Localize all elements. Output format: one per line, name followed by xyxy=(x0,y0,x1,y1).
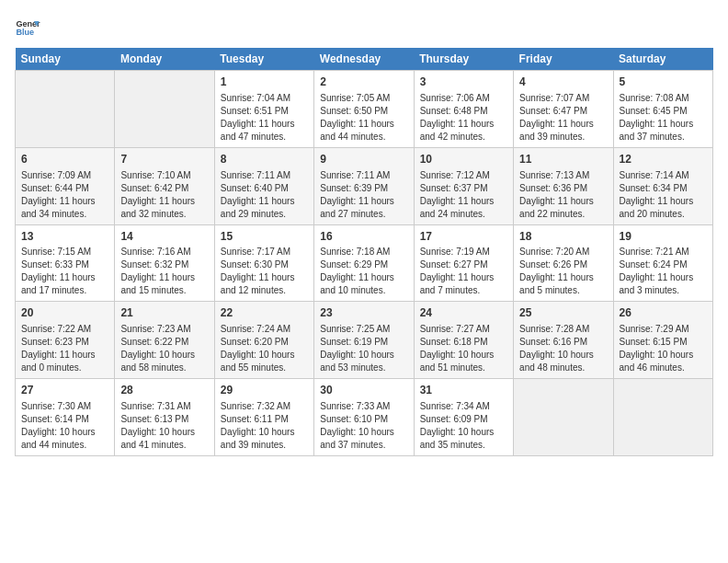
day-info: Sunrise: 7:08 AMSunset: 6:45 PMDaylight:… xyxy=(620,92,707,144)
col-header-monday: Monday xyxy=(115,48,214,71)
day-number: 15 xyxy=(221,229,308,245)
day-info: Sunrise: 7:22 AMSunset: 6:23 PMDaylight:… xyxy=(21,323,108,374)
day-info: Sunrise: 7:06 AMSunset: 6:48 PMDaylight:… xyxy=(420,92,507,144)
calendar-week-4: 20Sunrise: 7:22 AMSunset: 6:23 PMDayligh… xyxy=(16,302,713,379)
day-number: 27 xyxy=(21,383,108,398)
day-number: 19 xyxy=(620,229,707,245)
col-header-saturday: Saturday xyxy=(613,48,712,71)
day-number: 3 xyxy=(420,75,507,90)
day-number: 31 xyxy=(420,383,507,398)
calendar-cell: 4Sunrise: 7:07 AMSunset: 6:47 PMDaylight… xyxy=(514,71,613,148)
day-info: Sunrise: 7:16 AMSunset: 6:32 PMDaylight:… xyxy=(120,246,208,297)
calendar-week-3: 13Sunrise: 7:15 AMSunset: 6:33 PMDayligh… xyxy=(16,224,713,302)
day-info: Sunrise: 7:17 AMSunset: 6:30 PMDaylight:… xyxy=(221,246,308,297)
day-number: 28 xyxy=(120,383,208,398)
day-info: Sunrise: 7:05 AMSunset: 6:50 PMDaylight:… xyxy=(320,92,407,144)
day-number: 4 xyxy=(519,75,607,90)
day-info: Sunrise: 7:11 AMSunset: 6:40 PMDaylight:… xyxy=(221,169,308,221)
day-number: 30 xyxy=(320,383,407,398)
day-number: 25 xyxy=(519,305,607,321)
day-number: 16 xyxy=(320,229,407,245)
calendar-cell: 21Sunrise: 7:23 AMSunset: 6:22 PMDayligh… xyxy=(115,302,214,379)
day-info: Sunrise: 7:34 AMSunset: 6:09 PMDaylight:… xyxy=(420,400,507,452)
calendar-cell: 20Sunrise: 7:22 AMSunset: 6:23 PMDayligh… xyxy=(16,302,115,379)
day-info: Sunrise: 7:11 AMSunset: 6:39 PMDaylight:… xyxy=(320,169,407,221)
calendar-cell: 30Sunrise: 7:33 AMSunset: 6:10 PMDayligh… xyxy=(314,379,414,456)
calendar-cell: 2Sunrise: 7:05 AMSunset: 6:50 PMDaylight… xyxy=(314,71,414,148)
calendar-cell: 6Sunrise: 7:09 AMSunset: 6:44 PMDaylight… xyxy=(16,147,115,224)
calendar-cell: 8Sunrise: 7:11 AMSunset: 6:40 PMDaylight… xyxy=(214,147,313,224)
day-info: Sunrise: 7:24 AMSunset: 6:20 PMDaylight:… xyxy=(221,323,308,374)
day-number: 9 xyxy=(320,152,407,167)
day-info: Sunrise: 7:07 AMSunset: 6:47 PMDaylight:… xyxy=(519,92,607,144)
logo: General Blue xyxy=(15,15,44,40)
calendar-cell: 24Sunrise: 7:27 AMSunset: 6:18 PMDayligh… xyxy=(414,302,513,379)
day-info: Sunrise: 7:33 AMSunset: 6:10 PMDaylight:… xyxy=(320,400,407,452)
calendar-cell: 1Sunrise: 7:04 AMSunset: 6:51 PMDaylight… xyxy=(214,71,313,148)
day-info: Sunrise: 7:04 AMSunset: 6:51 PMDaylight:… xyxy=(221,92,308,144)
day-number: 10 xyxy=(420,152,507,167)
day-number: 12 xyxy=(620,152,707,167)
calendar-week-1: 1Sunrise: 7:04 AMSunset: 6:51 PMDaylight… xyxy=(16,71,713,148)
calendar-cell: 16Sunrise: 7:18 AMSunset: 6:29 PMDayligh… xyxy=(314,224,414,302)
calendar-cell: 15Sunrise: 7:17 AMSunset: 6:30 PMDayligh… xyxy=(214,224,313,302)
calendar-cell: 22Sunrise: 7:24 AMSunset: 6:20 PMDayligh… xyxy=(214,302,313,379)
calendar-cell xyxy=(16,71,115,148)
calendar-cell: 27Sunrise: 7:30 AMSunset: 6:14 PMDayligh… xyxy=(16,379,115,456)
day-number: 6 xyxy=(21,152,108,167)
calendar-cell: 12Sunrise: 7:14 AMSunset: 6:34 PMDayligh… xyxy=(613,147,712,224)
day-number: 2 xyxy=(320,75,407,90)
day-number: 21 xyxy=(120,305,208,321)
calendar-cell: 9Sunrise: 7:11 AMSunset: 6:39 PMDaylight… xyxy=(314,147,414,224)
calendar-cell: 23Sunrise: 7:25 AMSunset: 6:19 PMDayligh… xyxy=(314,302,414,379)
calendar-cell: 17Sunrise: 7:19 AMSunset: 6:27 PMDayligh… xyxy=(414,224,513,302)
col-header-sunday: Sunday xyxy=(16,48,115,71)
column-headers: SundayMondayTuesdayWednesdayThursdayFrid… xyxy=(16,48,713,71)
svg-text:Blue: Blue xyxy=(16,28,34,37)
day-info: Sunrise: 7:28 AMSunset: 6:16 PMDaylight:… xyxy=(519,323,607,374)
page-header: General Blue xyxy=(15,15,713,40)
col-header-wednesday: Wednesday xyxy=(314,48,414,71)
calendar-cell: 28Sunrise: 7:31 AMSunset: 6:13 PMDayligh… xyxy=(115,379,214,456)
day-number: 22 xyxy=(221,305,308,321)
col-header-friday: Friday xyxy=(514,48,613,71)
calendar-cell: 29Sunrise: 7:32 AMSunset: 6:11 PMDayligh… xyxy=(214,379,313,456)
day-info: Sunrise: 7:18 AMSunset: 6:29 PMDaylight:… xyxy=(320,246,407,297)
day-number: 17 xyxy=(420,229,507,245)
day-info: Sunrise: 7:27 AMSunset: 6:18 PMDaylight:… xyxy=(420,323,507,374)
day-number: 26 xyxy=(620,305,707,321)
day-info: Sunrise: 7:30 AMSunset: 6:14 PMDaylight:… xyxy=(21,400,108,452)
day-number: 29 xyxy=(221,383,308,398)
day-number: 11 xyxy=(519,152,607,167)
calendar-cell: 18Sunrise: 7:20 AMSunset: 6:26 PMDayligh… xyxy=(514,224,613,302)
calendar-cell: 19Sunrise: 7:21 AMSunset: 6:24 PMDayligh… xyxy=(613,224,712,302)
day-number: 5 xyxy=(620,75,707,90)
day-number: 8 xyxy=(221,152,308,167)
calendar-cell: 31Sunrise: 7:34 AMSunset: 6:09 PMDayligh… xyxy=(414,379,513,456)
day-info: Sunrise: 7:31 AMSunset: 6:13 PMDaylight:… xyxy=(120,400,208,452)
calendar-cell: 26Sunrise: 7:29 AMSunset: 6:15 PMDayligh… xyxy=(613,302,712,379)
day-number: 20 xyxy=(21,305,108,321)
calendar-week-2: 6Sunrise: 7:09 AMSunset: 6:44 PMDaylight… xyxy=(16,147,713,224)
calendar-week-5: 27Sunrise: 7:30 AMSunset: 6:14 PMDayligh… xyxy=(16,379,713,456)
calendar-cell: 25Sunrise: 7:28 AMSunset: 6:16 PMDayligh… xyxy=(514,302,613,379)
calendar-cell xyxy=(115,71,214,148)
calendar-cell: 7Sunrise: 7:10 AMSunset: 6:42 PMDaylight… xyxy=(115,147,214,224)
day-info: Sunrise: 7:14 AMSunset: 6:34 PMDaylight:… xyxy=(620,169,707,221)
calendar-cell: 14Sunrise: 7:16 AMSunset: 6:32 PMDayligh… xyxy=(115,224,214,302)
day-info: Sunrise: 7:23 AMSunset: 6:22 PMDaylight:… xyxy=(120,323,208,374)
day-info: Sunrise: 7:13 AMSunset: 6:36 PMDaylight:… xyxy=(519,169,607,221)
day-info: Sunrise: 7:25 AMSunset: 6:19 PMDaylight:… xyxy=(320,323,407,374)
day-number: 1 xyxy=(221,75,308,90)
logo-icon: General Blue xyxy=(15,15,40,40)
day-info: Sunrise: 7:12 AMSunset: 6:37 PMDaylight:… xyxy=(420,169,507,221)
calendar-table: SundayMondayTuesdayWednesdayThursdayFrid… xyxy=(15,48,713,456)
day-info: Sunrise: 7:21 AMSunset: 6:24 PMDaylight:… xyxy=(620,246,707,297)
day-number: 18 xyxy=(519,229,607,245)
calendar-cell: 10Sunrise: 7:12 AMSunset: 6:37 PMDayligh… xyxy=(414,147,513,224)
day-number: 13 xyxy=(21,229,108,245)
day-info: Sunrise: 7:15 AMSunset: 6:33 PMDaylight:… xyxy=(21,246,108,297)
day-number: 7 xyxy=(120,152,208,167)
calendar-cell: 5Sunrise: 7:08 AMSunset: 6:45 PMDaylight… xyxy=(613,71,712,148)
calendar-cell xyxy=(613,379,712,456)
